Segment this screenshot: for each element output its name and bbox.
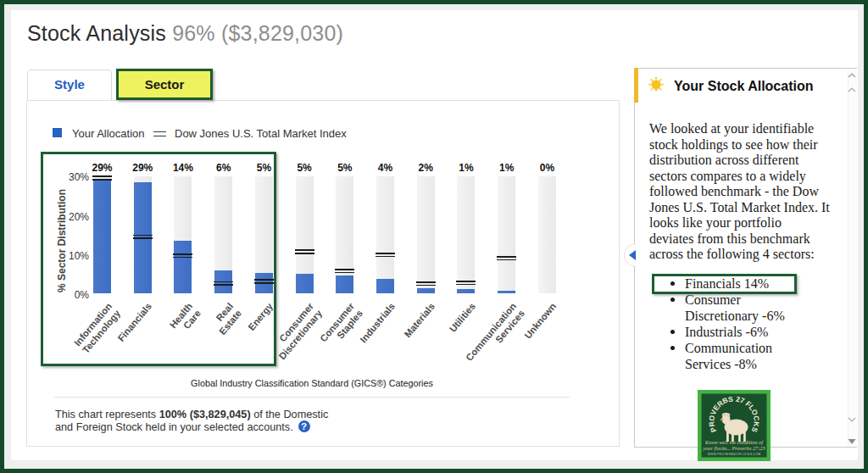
svg-text:Know well the condition of: Know well the condition of xyxy=(704,439,764,445)
svg-text:your flocks... Proverbs 27:23: your flocks... Proverbs 27:23 xyxy=(702,445,765,451)
svg-text:WWW.PROVERBS27FLOCKS.COM: WWW.PROVERBS27FLOCKS.COM xyxy=(708,453,761,456)
